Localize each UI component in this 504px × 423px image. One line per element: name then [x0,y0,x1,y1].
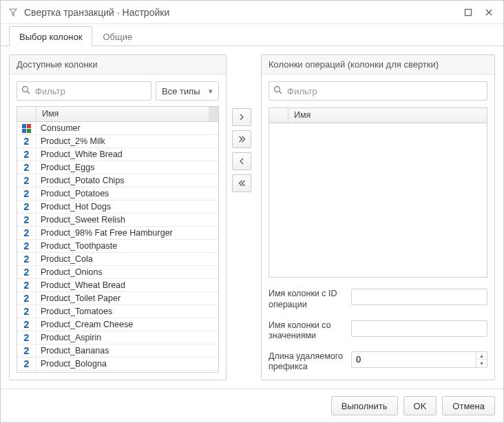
table-row[interactable]: 2Product_Wheat Bread [17,279,218,292]
table-row[interactable]: 2Product_Toilet Paper [17,292,218,305]
move-right-button[interactable] [232,108,251,126]
tab-bar: Выбор колонок Общие [1,24,503,46]
table-row[interactable]: 2Product_Pepperoni Pizza - Frozen [17,371,218,372]
prefix-len-spinner[interactable]: ▲ ▼ [351,351,487,368]
column-name: Product_Bananas [36,346,218,355]
table-header: Имя [17,107,218,122]
column-name: Product_Cream Cheese [36,320,218,329]
operation-columns-panel: Колонки операций (колонки для свертки) [261,54,495,380]
column-name: Product_Wheat Bread [36,280,218,290]
column-type-numeric-icon: 2 [17,371,36,372]
column-type-numeric-icon: 2 [17,227,36,239]
column-name: Product_Eggs [36,163,218,172]
settings-form: Имя колонки с ID операции Имя колонки со… [269,285,487,373]
prefix-len-label: Длина удаляемого префикса [269,351,344,373]
type-filter-select[interactable]: Все типы ▾ [156,81,219,101]
column-name: Product_Toilet Paper [36,293,218,303]
column-type-numeric-icon: 2 [17,148,36,161]
tab-columns[interactable]: Выбор колонок [9,26,92,46]
available-columns-panel: Доступные колонки Все типы ▾ [9,54,227,380]
op-id-input[interactable] [351,289,487,305]
column-type-numeric-icon: 2 [17,292,36,305]
column-name: Product_Sweet Relish [36,215,218,225]
table-row[interactable]: 2Product_Hot Dogs [17,200,218,214]
chevron-down-icon: ▾ [209,87,213,96]
column-type-numeric-icon: 2 [17,358,36,370]
prefix-len-input[interactable] [352,352,476,367]
table-row[interactable]: 2Product_Potatoes [17,187,218,200]
spinner-down-icon[interactable]: ▼ [476,360,487,367]
column-name: Product_Toothpaste [36,241,218,251]
table-row[interactable]: 2Product_Onions [17,266,218,279]
column-type-numeric-icon: 2 [17,305,36,318]
column-type-numeric-icon: 2 [17,266,36,278]
column-type-nominal-icon [17,122,36,134]
column-name: Product_Hot Dogs [36,202,218,212]
column-header-name[interactable]: Имя [288,108,487,123]
column-type-numeric-icon: 2 [17,214,36,226]
close-icon[interactable] [481,5,496,20]
column-type-numeric-icon: 2 [17,161,36,174]
table-row[interactable]: 2Product_White Bread [17,148,218,161]
type-filter-label: Все типы [162,86,200,96]
execute-button[interactable]: Выполнить [331,396,398,415]
move-all-left-button[interactable] [232,174,251,192]
table-row[interactable]: 2Product_Toothpaste [17,240,218,253]
maximize-icon[interactable] [461,5,476,20]
table-row[interactable]: 2Product_Bananas [17,344,218,358]
operation-columns-body[interactable] [269,123,487,277]
column-name: Product_Potato Chips [36,176,218,185]
table-row[interactable]: 2Product_Cola [17,253,218,266]
column-name: Product_Cola [36,254,218,264]
move-left-button[interactable] [232,152,251,170]
available-columns-body[interactable]: Consumer2Product_2% Milk2Product_White B… [17,122,218,372]
column-name: Consumer [36,123,218,133]
available-columns-header: Доступные колонки [10,55,226,74]
column-name: Product_Aspirin [36,333,218,342]
table-row[interactable]: 2Product_98% Fat Free Hamburger [17,227,218,240]
tab-general[interactable]: Общие [92,26,143,46]
column-type-numeric-icon: 2 [17,187,36,200]
column-type-numeric-icon: 2 [17,253,36,265]
column-type-numeric-icon: 2 [17,331,36,344]
column-name: Product_White Bread [36,149,218,159]
move-all-right-button[interactable] [232,130,251,148]
values-col-label: Имя колонки со значениями [269,320,344,342]
spinner-up-icon[interactable]: ▲ [476,352,487,360]
available-filter-input[interactable] [17,81,151,101]
column-type-numeric-icon: 2 [17,174,36,187]
column-name: Product_Bologna [36,359,218,369]
dialog-body: Доступные колонки Все типы ▾ [1,46,503,389]
table-row[interactable]: 2Product_Sweet Relish [17,214,218,227]
cancel-button[interactable]: Отмена [442,396,495,415]
column-type-numeric-icon: 2 [17,279,36,291]
operation-columns-table: Имя [269,107,487,278]
operation-columns-header: Колонки операций (колонки для свертки) [262,55,494,74]
column-name: Product_Potatoes [36,189,218,198]
move-buttons [232,54,255,380]
column-type-numeric-icon: 2 [17,240,36,252]
column-type-numeric-icon: 2 [17,200,36,213]
titlebar: Свертка транзакций · Настройки [1,1,503,24]
column-header-name[interactable]: Имя [36,107,209,121]
svg-rect-0 [465,9,472,15]
op-id-label: Имя колонки с ID операции [269,289,344,310]
window-title: Свертка транзакций · Настройки [24,7,455,18]
table-row[interactable]: 2Product_Bologna [17,358,218,371]
table-row[interactable]: 2Product_2% Milk [17,135,218,148]
table-header: Имя [269,108,487,123]
table-row[interactable]: 2Product_Tomatoes [17,305,218,318]
table-row[interactable]: 2Product_Aspirin [17,331,218,344]
column-name: Product_98% Fat Free Hamburger [36,228,218,238]
table-row[interactable]: 2Product_Eggs [17,161,218,174]
operation-filter-input[interactable] [269,81,487,101]
column-type-numeric-icon: 2 [17,135,36,147]
app-icon [8,7,19,18]
column-type-numeric-icon: 2 [17,344,36,357]
table-row[interactable]: 2Product_Cream Cheese [17,318,218,331]
table-row[interactable]: Consumer [17,122,218,135]
ok-button[interactable]: OK [403,396,437,415]
values-col-input[interactable] [351,320,487,337]
column-type-numeric-icon: 2 [17,318,36,331]
table-row[interactable]: 2Product_Potato Chips [17,174,218,187]
